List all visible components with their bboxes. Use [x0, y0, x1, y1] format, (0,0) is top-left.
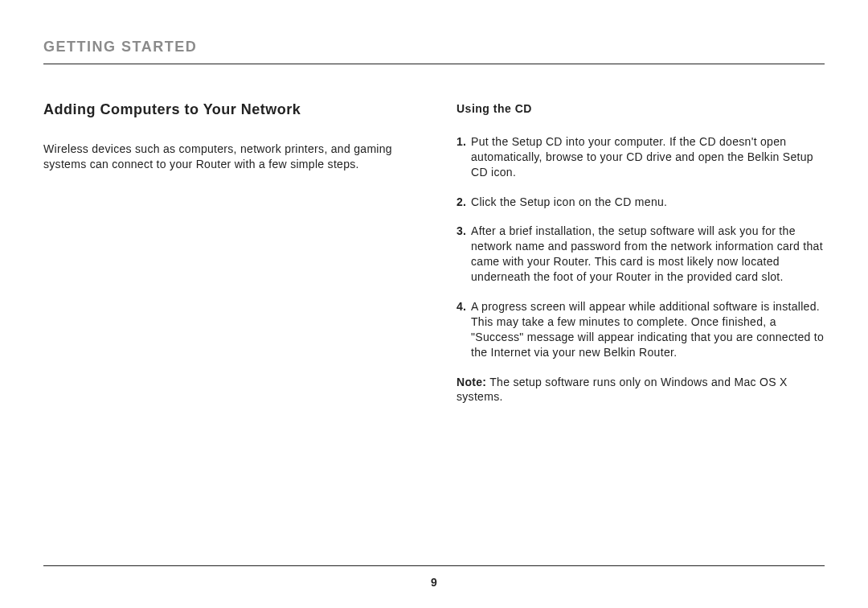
left-column: Adding Computers to Your Network Wireles…: [43, 100, 411, 556]
step-item: 1. Put the Setup CD into your computer. …: [457, 134, 825, 180]
intro-paragraph: Wireless devices such as computers, netw…: [43, 142, 397, 172]
content-columns: Adding Computers to Your Network Wireles…: [43, 100, 825, 556]
step-number: 1.: [457, 134, 471, 180]
note-text: The setup software runs only on Windows …: [457, 376, 788, 404]
step-text: After a brief installation, the setup so…: [471, 224, 825, 285]
step-text: Put the Setup CD into your computer. If …: [471, 134, 825, 180]
document-page: GETTING STARTED Adding Computers to Your…: [0, 0, 868, 608]
note-label: Note:: [457, 376, 486, 388]
page-number: 9: [431, 576, 437, 589]
step-number: 2.: [457, 195, 471, 210]
footer: 9: [43, 565, 825, 589]
section-header: GETTING STARTED: [43, 39, 825, 64]
right-column: Using the CD 1. Put the Setup CD into yo…: [457, 100, 825, 556]
step-number: 4.: [457, 299, 471, 360]
step-item: 2. Click the Setup icon on the CD menu.: [457, 195, 825, 210]
step-item: 4. A progress screen will appear while a…: [457, 299, 825, 360]
step-number: 3.: [457, 224, 471, 285]
note-paragraph: Note: The setup software runs only on Wi…: [457, 375, 825, 405]
step-item: 3. After a brief installation, the setup…: [457, 224, 825, 285]
step-text: Click the Setup icon on the CD menu.: [471, 195, 825, 210]
page-title: Adding Computers to Your Network: [43, 100, 411, 119]
subheading: Using the CD: [457, 101, 825, 117]
step-text: A progress screen will appear while addi…: [471, 299, 825, 360]
steps-list: 1. Put the Setup CD into your computer. …: [457, 134, 825, 360]
